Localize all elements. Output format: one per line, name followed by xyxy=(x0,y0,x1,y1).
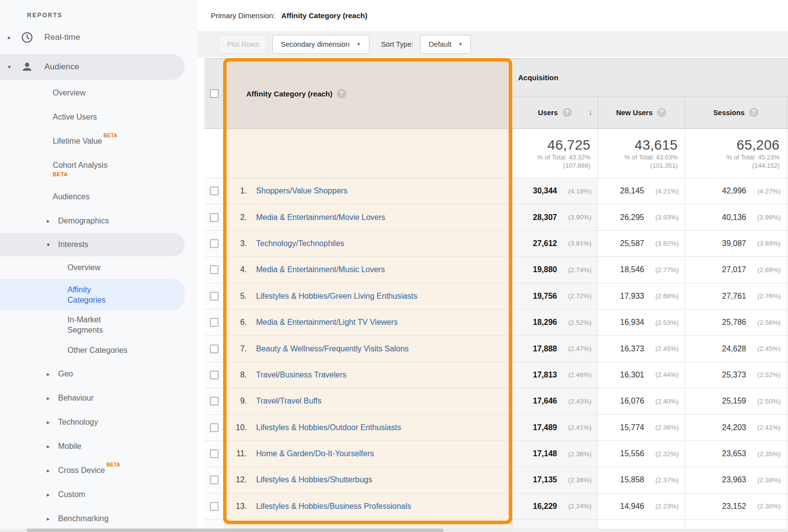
horizontal-scrollbar-thumb[interactable] xyxy=(27,529,443,532)
new-users-cell: 25,587(3.82%) xyxy=(597,231,685,257)
help-icon[interactable]: ? xyxy=(657,108,666,117)
sidebar-item-lifetime-value[interactable]: Lifetime ValueBETA xyxy=(0,129,197,153)
new-users-cell-percent: (2.53%) xyxy=(647,319,679,326)
category-link[interactable]: Beauty & Wellness/Frequently Visits Salo… xyxy=(256,344,409,353)
category-link[interactable]: Media & Entertainment/Music Lovers xyxy=(256,265,385,274)
row-checkbox[interactable] xyxy=(210,397,219,406)
users-cell-value: 30,344 xyxy=(533,187,557,195)
caret-right-icon[interactable]: ▸ xyxy=(47,218,50,224)
sidebar-item-cross-device[interactable]: ▸Cross DeviceBETA xyxy=(0,458,197,482)
row-checkbox[interactable] xyxy=(210,292,219,301)
sessions-cell: 24,628(2.45%) xyxy=(685,336,787,362)
users-total-pct: % of Total: 43.32% xyxy=(537,153,591,161)
sidebar-item-benchmarking[interactable]: ▸Benchmarking xyxy=(0,506,197,531)
new-users-column-header[interactable]: New Users ? xyxy=(597,96,685,128)
row-rank: 2. xyxy=(224,213,247,222)
sidebar-item-audience[interactable]: ▾Audience xyxy=(0,54,185,80)
plot-rows-button[interactable]: Plot Rows xyxy=(219,35,267,54)
caret-right-icon[interactable]: ▸ xyxy=(47,371,50,377)
row-checkbox-cell xyxy=(204,178,224,204)
users-cell-value: 17,489 xyxy=(533,423,557,432)
category-cell: 4.Media & Entertainment/Music Lovers xyxy=(224,257,512,283)
caret-down-icon[interactable]: ▾ xyxy=(47,242,50,248)
sidebar-item-technology[interactable]: ▸Technology xyxy=(0,410,197,434)
caret-right-icon[interactable]: ▸ xyxy=(47,395,50,401)
category-link[interactable]: Media & Entertainment/Light TV Viewers xyxy=(256,318,398,327)
users-column-header[interactable]: Users ? ↓ xyxy=(512,96,597,128)
caret-down-icon[interactable]: ▾ xyxy=(8,64,11,70)
secondary-dimension-dropdown[interactable]: Secondary dimension ▼ xyxy=(272,35,369,54)
sessions-column-header[interactable]: Sessions ? xyxy=(685,96,787,128)
caret-right-icon[interactable]: ▸ xyxy=(47,443,50,449)
caret-right-icon[interactable]: ▸ xyxy=(47,492,50,498)
row-checkbox[interactable] xyxy=(210,371,219,379)
caret-right-icon[interactable]: ▸ xyxy=(47,468,50,473)
category-link[interactable]: Lifestyles & Hobbies/Green Living Enthus… xyxy=(256,292,417,301)
caret-right-icon[interactable]: ▸ xyxy=(47,419,50,425)
row-checkbox[interactable] xyxy=(210,344,219,353)
sidebar-item-audiences[interactable]: Audiences xyxy=(0,185,197,209)
category-cell: 12.Lifestyles & Hobbies/Shutterbugs xyxy=(224,467,512,493)
sidebar-item-label: Behaviour xyxy=(58,393,94,403)
sidebar-item-active-users[interactable]: Active Users xyxy=(0,105,197,129)
row-checkbox[interactable] xyxy=(210,475,219,484)
users-cell-percent: (2.24%) xyxy=(560,502,591,510)
sidebar-item-interests[interactable]: ▾Interests xyxy=(0,233,185,256)
chevron-down-icon: ▼ xyxy=(458,42,462,47)
category-link[interactable]: Shoppers/Value Shoppers xyxy=(256,187,348,195)
caret-right-icon[interactable]: ▸ xyxy=(47,516,50,522)
category-link[interactable]: Travel/Travel Buffs xyxy=(256,397,322,406)
row-checkbox-cell xyxy=(204,467,224,493)
sidebar-item-geo[interactable]: ▸Geo xyxy=(0,362,197,386)
sidebar-item-affinity-categories[interactable]: Affinity Categories xyxy=(0,279,185,311)
sidebar-item-real-time[interactable]: ▸Real-time xyxy=(0,24,197,51)
row-checkbox[interactable] xyxy=(210,423,219,432)
sidebar-item-other-categories[interactable]: Other Categories xyxy=(0,339,197,362)
sidebar-item-custom[interactable]: ▸Custom xyxy=(0,482,197,506)
category-cell: 9.Travel/Travel Buffs xyxy=(224,388,512,414)
primary-dimension-tab-active[interactable]: Affinity Category (reach) xyxy=(281,11,367,20)
category-link[interactable]: Lifestyles & Hobbies/Business Profession… xyxy=(256,502,411,511)
row-checkbox[interactable] xyxy=(210,239,219,248)
horizontal-scrollbar[interactable] xyxy=(0,529,788,532)
new-users-cell: 16,301(2.44%) xyxy=(597,362,685,388)
sidebar-item-in-market-segments[interactable]: In-Market Segments xyxy=(0,311,197,339)
row-checkbox[interactable] xyxy=(210,318,219,327)
sidebar-item-mobile[interactable]: ▸Mobile xyxy=(0,434,197,458)
category-link[interactable]: Home & Garden/Do-It-Yourselfers xyxy=(256,449,374,458)
sessions-total-value: 65,206 xyxy=(737,137,780,153)
dimension-column-header[interactable]: Affinity Category (reach) ? xyxy=(224,59,512,128)
category-link[interactable]: Technology/Technophiles xyxy=(256,239,344,248)
report-table: Affinity Category (reach) ? Acquisition … xyxy=(204,58,788,532)
row-checkbox[interactable] xyxy=(210,187,219,195)
row-checkbox[interactable] xyxy=(210,265,219,274)
sidebar-item-label: Overview xyxy=(53,88,86,98)
help-icon[interactable]: ? xyxy=(562,108,572,117)
sidebar-item-overview[interactable]: Overview xyxy=(0,256,197,279)
category-link[interactable]: Media & Entertainment/Movie Lovers xyxy=(256,213,385,222)
new-users-cell-percent: (2.40%) xyxy=(647,398,679,405)
sessions-total-paren: (144,152) xyxy=(752,161,780,170)
row-checkbox[interactable] xyxy=(210,213,219,222)
sidebar-item-cohort-analysis[interactable]: Cohort AnalysisBETA xyxy=(0,153,197,185)
row-checkbox[interactable] xyxy=(210,449,219,458)
new-users-cell-value: 18,546 xyxy=(620,265,644,274)
sort-descending-icon[interactable]: ↓ xyxy=(589,108,593,118)
sidebar-item-demographics[interactable]: ▸Demographics xyxy=(0,209,197,233)
select-all-checkbox[interactable] xyxy=(210,89,219,98)
new-users-cell-value: 15,774 xyxy=(620,423,644,432)
caret-right-icon[interactable]: ▸ xyxy=(8,34,11,40)
sort-type-dropdown[interactable]: Default ▼ xyxy=(420,35,471,54)
category-cell: 6.Media & Entertainment/Light TV Viewers xyxy=(224,310,512,336)
sidebar-item-behaviour[interactable]: ▸Behaviour xyxy=(0,386,197,410)
sort-type-value: Default xyxy=(428,40,451,48)
row-checkbox[interactable] xyxy=(210,502,219,511)
category-link[interactable]: Lifestyles & Hobbies/Shutterbugs xyxy=(256,475,372,484)
help-icon[interactable]: ? xyxy=(749,108,758,117)
category-link[interactable]: Travel/Business Travelers xyxy=(256,371,346,379)
users-cell: 28,307(3.90%) xyxy=(512,204,597,230)
category-link[interactable]: Lifestyles & Hobbies/Outdoor Enthusiasts xyxy=(256,423,401,432)
help-icon[interactable]: ? xyxy=(337,89,346,98)
sidebar-item-overview[interactable]: Overview xyxy=(0,81,197,105)
sessions-cell-percent: (2.45%) xyxy=(749,345,781,352)
